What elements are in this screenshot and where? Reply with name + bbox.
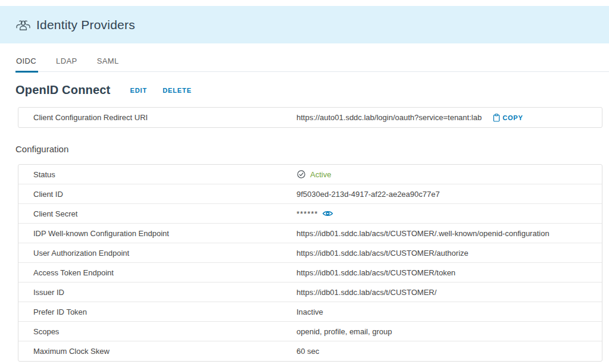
users-icon (15, 17, 31, 33)
row-value: https://idb01.sddc.lab/acs/t/CUSTOMER/to… (296, 268, 455, 277)
row-value: Inactive (296, 307, 323, 316)
configuration-table: Status Active Client ID 9f5030ed-213d-49… (18, 164, 602, 362)
row-value: https://idb01.sddc.lab/acs/t/CUSTOMER/au… (296, 249, 469, 258)
masked-secret-value: ****** (296, 209, 318, 218)
row-label: Maximum Clock Skew (18, 347, 296, 356)
row-value: https://idb01.sddc.lab/acs/t/CUSTOMER/.w… (296, 229, 549, 238)
delete-button[interactable]: DELETE (163, 87, 192, 94)
tab-oidc[interactable]: OIDC (15, 57, 38, 73)
row-value: openid, profile, email, group (296, 327, 392, 336)
section-heading-row: OpenID Connect EDIT DELETE (15, 83, 609, 97)
tab-saml[interactable]: SAML (96, 57, 121, 73)
row-label: Access Token Endpoint (18, 268, 296, 277)
table-row-issuer-id: Issuer ID https://idb01.sddc.lab/acs/t/C… (18, 283, 602, 302)
eye-icon (322, 209, 333, 218)
table-row-token-endpoint: Access Token Endpoint https://idb01.sddc… (18, 263, 602, 283)
table-row-status: Status Active (18, 165, 602, 184)
table-row-client-secret: Client Secret ****** (18, 204, 602, 224)
table-row-client-id: Client ID 9f5030ed-213d-4917-af22-ae2ea9… (18, 184, 602, 204)
table-row-wellknown-endpoint: IDP Well-known Configuration Endpoint ht… (18, 224, 602, 243)
copy-button[interactable]: COPY (493, 114, 523, 122)
row-label: IDP Well-known Configuration Endpoint (18, 229, 296, 238)
section-title: OpenID Connect (15, 83, 110, 97)
page-title: Identity Providers (36, 18, 135, 32)
table-row-redirect-uri: Client Configuration Redirect URI https:… (18, 108, 602, 127)
tab-bar: OIDC LDAP SAML (15, 57, 609, 72)
row-label: User Authorization Endpoint (18, 249, 296, 258)
row-label: Issuer ID (18, 288, 296, 297)
table-row-max-clock-skew: Maximum Clock Skew 60 sec (18, 341, 602, 361)
page-header: Identity Providers (0, 6, 609, 43)
reveal-secret-button[interactable] (322, 209, 333, 218)
status-badge: Active (310, 170, 331, 179)
tab-ldap[interactable]: LDAP (55, 57, 79, 73)
row-value: 9f5030ed-213d-4917-af22-ae2ea90c77e7 (296, 190, 440, 199)
row-value: https://idb01.sddc.lab/acs/t/CUSTOMER/ (296, 288, 436, 297)
edit-button[interactable]: EDIT (130, 87, 147, 94)
row-label: Prefer ID Token (18, 307, 296, 316)
table-row-scopes: Scopes openid, profile, email, group (18, 322, 602, 341)
row-label: Client Secret (18, 209, 296, 218)
row-label: Client Configuration Redirect URI (18, 113, 296, 122)
configuration-title: Configuration (15, 144, 609, 154)
redirect-uri-value: https://auto01.sddc.lab/login/oauth?serv… (296, 113, 482, 122)
row-label: Status (18, 170, 296, 179)
check-circle-icon (296, 170, 306, 179)
clipboard-icon (493, 114, 500, 122)
table-row-authorization-endpoint: User Authorization Endpoint https://idb0… (18, 243, 602, 263)
table-row-prefer-id-token: Prefer ID Token Inactive (18, 302, 602, 322)
row-label: Scopes (18, 327, 296, 336)
redirect-uri-card: Client Configuration Redirect URI https:… (18, 107, 602, 128)
row-value: 60 sec (296, 347, 319, 356)
row-label: Client ID (18, 190, 296, 199)
